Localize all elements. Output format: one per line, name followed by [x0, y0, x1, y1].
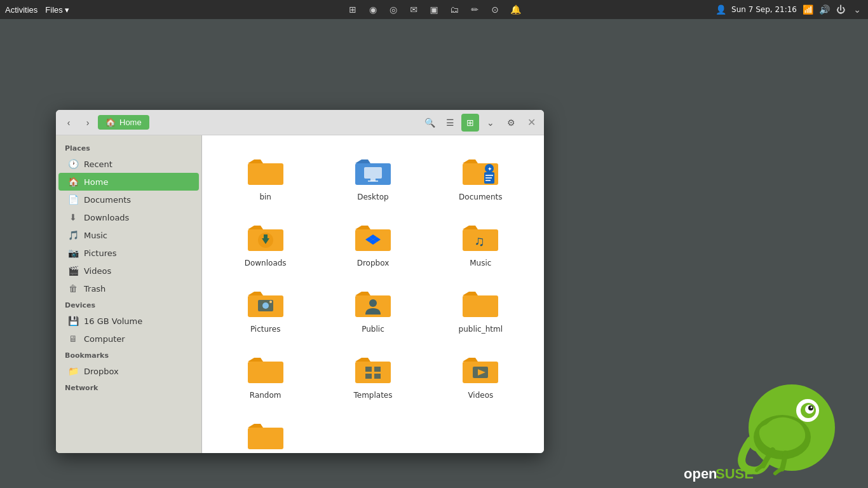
back-button[interactable]: ‹	[60, 114, 78, 132]
nav-buttons: ‹ › 🏠 Home	[60, 114, 149, 132]
edit-icon[interactable]: ✏	[469, 4, 480, 15]
sidebar-item-computer[interactable]: 🖥 Computer	[58, 330, 199, 348]
sidebar-volume-label: 16 GB Volume	[84, 316, 142, 326]
sidebar-item-documents[interactable]: 📄 Documents	[58, 191, 199, 208]
dropbox-sidebar-icon: 📁	[67, 365, 79, 377]
mail-icon[interactable]: ✉	[408, 4, 419, 15]
folder-random-label: Random	[250, 391, 281, 400]
forward-button[interactable]: ›	[79, 114, 97, 132]
sidebar-item-volume[interactable]: 💾 16 GB Volume	[58, 312, 199, 330]
volume-icon[interactable]: 🔊	[818, 4, 830, 15]
folder-dropbox-icon	[353, 220, 393, 255]
svg-rect-39	[248, 428, 283, 449]
sidebar-item-videos[interactable]: 🎬 Videos	[58, 262, 199, 280]
folder-random[interactable]: Random	[215, 346, 316, 406]
wifi-icon[interactable]: 📶	[802, 4, 813, 15]
folder-videos[interactable]: Videos	[430, 346, 531, 406]
svg-rect-30	[248, 362, 283, 383]
sort-button[interactable]: ⌄	[482, 114, 499, 132]
sidebar-item-pictures[interactable]: 📷 Pictures	[58, 244, 199, 262]
sidebar-music-label: Music	[84, 231, 107, 240]
sidebar-home-label: Home	[84, 177, 108, 187]
titlebar-actions: 🔍 ☰ ⊞ ⌄ ⚙ ✕	[421, 114, 540, 132]
grid-icon[interactable]: ⊞	[347, 4, 358, 15]
computer-icon: 🖥	[67, 333, 79, 344]
chevron-down-icon[interactable]: ⌄	[851, 4, 863, 15]
svg-rect-9	[485, 180, 491, 181]
folder-public-html[interactable]: public_html	[430, 280, 531, 340]
window-body: Places 🕐 Recent 🏠 Home 📄 Documents ⬇ Dow…	[56, 135, 544, 453]
folder-pictures[interactable]: Pictures	[215, 280, 316, 340]
folder-pictures-icon	[245, 287, 286, 321]
activities-button[interactable]: Activities	[5, 5, 37, 15]
titlebar: ‹ › 🏠 Home 🔍 ☰ ⊞ ⌄ ⚙ ✕	[56, 110, 544, 135]
list-view-button[interactable]: ☰	[441, 114, 459, 132]
svg-rect-2	[364, 167, 382, 179]
folder-templates-label: Templates	[353, 391, 392, 400]
sidebar-videos-label: Videos	[84, 266, 111, 276]
sidebar-documents-label: Documents	[84, 195, 131, 205]
folder-documents-icon: ✦	[460, 154, 501, 189]
sidebar-item-trash[interactable]: 🗑 Trash	[58, 280, 199, 297]
topbar-left: Activities Files ▾	[5, 5, 69, 15]
media-icon[interactable]: ▣	[428, 4, 440, 15]
folder-bin-label: bin	[259, 193, 271, 201]
folder-templates[interactable]: Templates	[322, 346, 423, 406]
sidebar-computer-label: Computer	[84, 334, 125, 344]
folder-public[interactable]: Public	[322, 280, 423, 340]
svg-text:♫: ♫	[474, 233, 485, 249]
svg-rect-29	[463, 295, 498, 317]
location-label: Home	[119, 118, 142, 127]
folder-random-icon	[245, 353, 286, 387]
folder-dropbox[interactable]: Dropbox	[322, 214, 423, 274]
gear-button[interactable]: ⚙	[502, 114, 520, 132]
folder-bin[interactable]: bin	[215, 148, 316, 208]
datetime: Sun 7 Sep, 21:16	[731, 5, 797, 14]
sidebar-downloads-label: Downloads	[84, 213, 129, 222]
search-button[interactable]: 🔍	[421, 114, 438, 132]
sidebar-item-recent[interactable]: 🕐 Recent	[58, 155, 199, 173]
svg-text:SUSE: SUSE	[715, 466, 754, 482]
sidebar-item-dropbox[interactable]: 📁 Dropbox	[58, 362, 199, 380]
folder-dropbox-label: Dropbox	[357, 259, 390, 268]
sidebar-trash-label: Trash	[84, 284, 105, 294]
folder-virtualbox-vms[interactable]: VirtualBox VMs	[215, 412, 316, 453]
sidebar-pictures-label: Pictures	[84, 248, 116, 258]
folder-icon[interactable]: 🗂	[449, 4, 460, 15]
close-button[interactable]: ✕	[522, 114, 540, 132]
circle-icon[interactable]: ◉	[367, 4, 379, 15]
svg-rect-32	[365, 367, 372, 372]
folder-desktop-icon	[353, 154, 393, 189]
pictures-icon: 📷	[67, 247, 79, 259]
opensuse-logo: open SUSE	[684, 380, 849, 482]
sidebar-item-music[interactable]: 🎵 Music	[58, 226, 199, 244]
file-manager-window: ‹ › 🏠 Home 🔍 ☰ ⊞ ⌄ ⚙ ✕ Places	[56, 110, 544, 453]
folder-downloads-label: Downloads	[245, 259, 287, 268]
folder-downloads-icon	[245, 220, 286, 255]
folder-music[interactable]: ♫ Music	[430, 214, 531, 274]
folder-pictures-label: Pictures	[250, 325, 281, 334]
location-button[interactable]: 🏠 Home	[98, 115, 149, 130]
folder-desktop[interactable]: Desktop	[322, 148, 423, 208]
folder-downloads[interactable]: Downloads	[215, 214, 316, 274]
files-menu-button[interactable]: Files ▾	[45, 5, 69, 15]
sidebar-item-downloads[interactable]: ⬇ Downloads	[58, 208, 199, 226]
folder-music-label: Music	[470, 259, 491, 268]
bell-icon[interactable]: 🔔	[510, 4, 521, 15]
settings-icon[interactable]: ⊙	[489, 4, 501, 15]
power-icon[interactable]: ⏻	[835, 4, 846, 15]
sidebar-item-home[interactable]: 🏠 Home	[58, 173, 199, 191]
svg-point-28	[369, 299, 377, 307]
network-section-label: Network	[56, 380, 201, 395]
folder-videos-label: Videos	[468, 391, 493, 400]
svg-point-25	[262, 302, 269, 309]
home-icon: 🏠	[105, 118, 116, 127]
music-icon: 🎵	[67, 229, 79, 241]
folder-documents[interactable]: ✦ Documents	[430, 148, 531, 208]
target-icon[interactable]: ◎	[388, 4, 399, 15]
svg-point-26	[269, 301, 272, 303]
volume-sidebar-icon: 💾	[67, 315, 79, 327]
person-icon[interactable]: 👤	[715, 4, 726, 15]
recent-icon: 🕐	[67, 158, 79, 170]
grid-view-button[interactable]: ⊞	[461, 114, 479, 132]
